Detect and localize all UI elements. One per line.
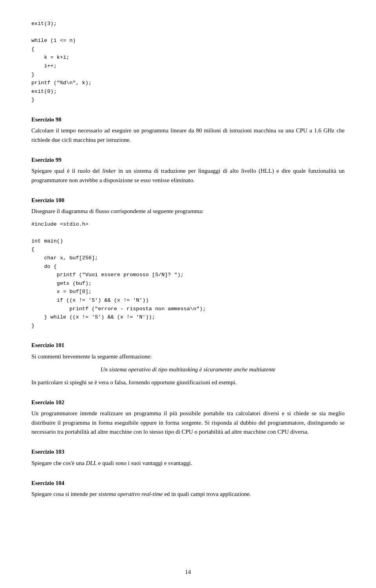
section-esercizio-100: Esercizio 100 Disegnare il diagramma di … (31, 196, 345, 330)
section-esercizio-101: Esercizio 101 Si commenti brevemente la … (31, 341, 345, 387)
section-quote-101: Un sistema operativo di tipo multitaskin… (55, 365, 321, 374)
page-number: 14 (185, 568, 191, 577)
section-esercizio-104: Esercizio 104 Spiegare cosa si intende p… (31, 479, 345, 499)
section-body-98: Calcolare il tempo necessario ad eseguir… (31, 126, 345, 145)
section-title-100: Esercizio 100 (31, 196, 345, 205)
section-body-103: Spiegare che cos'è una DLL e quali sono … (31, 459, 345, 468)
section-esercizio-98: Esercizio 98 Calcolare il tempo necessar… (31, 115, 345, 145)
section-body-99: Spiegare qual è il ruolo del linker in u… (31, 166, 345, 185)
section-body-102: Un programmatore intende realizzare un p… (31, 409, 345, 436)
body-text-after-italic-103: e quali sono i suoi vantaggi e svantaggi… (97, 460, 192, 466)
section-esercizio-99: Esercizio 99 Spiegare qual è il ruolo de… (31, 156, 345, 185)
code-block-100: #include <stdio.h> int main() { char x, … (31, 220, 345, 330)
section-title-101: Esercizio 101 (31, 341, 345, 350)
body-text-after-italic-104: ed in quali campi trova applicazione. (163, 491, 251, 497)
section-body-104: Spiegare cosa si intende per sistema ope… (31, 490, 345, 499)
section-title-104: Esercizio 104 (31, 479, 345, 488)
section-body-101: In particolare si spieghi se è vera o fa… (31, 378, 345, 387)
body-text-before-italic-99: Spiegare qual è il ruolo del (31, 168, 102, 174)
italic-word-103: DLL (86, 460, 97, 466)
section-intro-101: Si commenti brevemente la seguente affer… (31, 352, 345, 361)
top-code-block: exit(3); while (i <= n) { k = k+i; i++; … (31, 20, 345, 104)
section-title-103: Esercizio 103 (31, 447, 345, 456)
section-esercizio-103: Esercizio 103 Spiegare che cos'è una DLL… (31, 447, 345, 468)
italic-word-104: sistema operativo real-time (98, 491, 163, 497)
section-title-98: Esercizio 98 (31, 115, 345, 124)
italic-word-99: linker (102, 168, 116, 174)
body-text-before-italic-103: Spiegare che cos'è una (31, 460, 86, 466)
body-text-before-italic-104: Spiegare cosa si intende per (31, 491, 98, 497)
page: exit(3); while (i <= n) { k = k+i; i++; … (0, 0, 376, 588)
section-title-102: Esercizio 102 (31, 398, 345, 407)
section-intro-100: Disegnare il diagramma di flusso corrisp… (31, 207, 345, 216)
section-esercizio-102: Esercizio 102 Un programmatore intende r… (31, 398, 345, 436)
section-title-99: Esercizio 99 (31, 156, 345, 165)
